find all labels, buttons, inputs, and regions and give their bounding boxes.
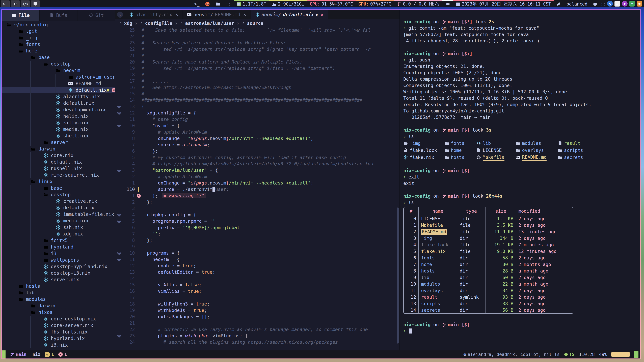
- code-line[interactable]: 18 withPython3 = true;: [116, 301, 400, 307]
- code-app-button[interactable]: </>: [21, 0, 30, 7]
- tray-fcitx-icon[interactable]: [622, 1, 628, 6]
- ls-entry[interactable]: home: [444, 147, 476, 154]
- code-line[interactable]: 4 nixpkgs.config = {: [116, 212, 400, 218]
- tree-item[interactable]: linux: [2, 178, 115, 185]
- tree-item[interactable]: server.nix: [2, 276, 115, 283]
- code-line[interactable]: 110 source = ./astronvim_user;: [116, 186, 400, 193]
- editor-scrollbar[interactable]: [397, 207, 399, 344]
- tab-close-icon[interactable]: ×: [321, 12, 324, 17]
- fold-chevron-icon[interactable]: [116, 122, 123, 129]
- code-line[interactable]: 25# Save the selected text to a file: `:…: [116, 27, 400, 33]
- tray-app-orange-icon[interactable]: [636, 1, 642, 6]
- fold-chevron-icon[interactable]: [116, 250, 123, 256]
- code-line[interactable]: 1× };■ Expecting ";": [116, 193, 400, 199]
- ls-table-row[interactable]: 1Makefilefile3.5 KB2 days ago: [404, 222, 573, 228]
- tree-item[interactable]: media.nix: [2, 218, 115, 224]
- tree-item[interactable]: media.nix: [2, 126, 115, 133]
- code-line[interactable]: 5 programs.npm.npmrc = '': [116, 218, 400, 224]
- terminal-app-button[interactable]: >_: [1, 0, 10, 7]
- code-line[interactable]: 11 # base config: [116, 116, 400, 122]
- tree-item[interactable]: ~/nix-config: [2, 21, 115, 28]
- tray-keyboard-icon[interactable]: [614, 1, 620, 6]
- code-line[interactable]: 19# sed -ri "s/pattern_str/replace_str/g…: [116, 65, 400, 71]
- code-line[interactable]: 8 onChange = "${pkgs.neovim}/bin/nvim --…: [116, 135, 400, 142]
- code-line[interactable]: 3 "astronvim/lua/user" = {: [116, 167, 400, 173]
- ls-table-row[interactable]: 0LICENSEfile1.1 KB2 days ago: [404, 215, 573, 222]
- display-app-button[interactable]: [31, 0, 40, 7]
- tree-tab-git[interactable]: Git: [78, 10, 115, 21]
- ls-entry[interactable]: result: [558, 140, 640, 147]
- ls-entry[interactable]: Makefile: [476, 154, 516, 161]
- shell-command[interactable]: ›git commit -am "feat: catppuccin-mocha …: [403, 25, 640, 31]
- tree-item[interactable]: nixos: [2, 309, 115, 316]
- code-line[interactable]: 10 "nvim" = {: [116, 122, 400, 129]
- ls-entry[interactable]: overlays: [516, 147, 558, 154]
- code-line[interactable]: 14######################################…: [116, 97, 400, 103]
- tab-close-icon[interactable]: ×: [175, 12, 178, 17]
- tree-item[interactable]: hosts: [2, 283, 115, 290]
- code-line[interactable]: 22# sed -ri "s/pattern_str/replace_str/g…: [116, 46, 400, 52]
- tree-item[interactable]: default.nix×: [2, 87, 115, 93]
- ls-entry[interactable]: scripts: [558, 147, 640, 154]
- fold-chevron-icon[interactable]: [116, 110, 123, 116]
- tree-item[interactable]: core-desktop.nix: [2, 316, 115, 322]
- fold-chevron-icon[interactable]: [116, 167, 123, 173]
- tree-item[interactable]: server: [2, 139, 115, 146]
- code-line[interactable]: 22 # currently we use lazy.nvim as neovi…: [116, 326, 400, 333]
- tree-item[interactable]: neovim: [2, 67, 115, 74]
- code-line[interactable]: 9 # update AstroNvim: [116, 129, 400, 135]
- code-line[interactable]: 18#: [116, 71, 400, 78]
- code-line[interactable]: 23 plugins = with pkgs.vimPlugins; [: [116, 333, 400, 339]
- tree-item[interactable]: fhs-fonts.nix: [2, 329, 115, 335]
- tree-item[interactable]: default.nix: [2, 204, 115, 211]
- tree-item[interactable]: lib: [2, 290, 115, 296]
- code-line[interactable]: 12 enable = true;: [116, 263, 400, 269]
- stat-gpu[interactable]: GPU:07%+27°C: [356, 0, 394, 7]
- fold-chevron-icon[interactable]: [116, 212, 123, 218]
- shell-command[interactable]: ›ls: [403, 199, 640, 206]
- code-line[interactable]: 9: [116, 244, 400, 250]
- ls-table-row[interactable]: 8hostsdir28 Ba month ago: [404, 268, 573, 274]
- code-line[interactable]: 19 withNodeJs = true;: [116, 307, 400, 314]
- code-line[interactable]: 13 defaultEditor = true;: [116, 269, 400, 275]
- tree-item[interactable]: desktop: [2, 61, 115, 67]
- system-tray[interactable]: [606, 0, 644, 7]
- ls-table-row[interactable]: 5flake.nixfile9.0 KB12 minutes ago: [404, 248, 573, 255]
- tray-bluetooth-icon[interactable]: [607, 1, 613, 6]
- tree-item[interactable]: .git: [2, 28, 115, 34]
- stat-memory[interactable]: 2.9Gi/31Gi: [269, 0, 307, 7]
- tree-item[interactable]: base: [2, 54, 115, 61]
- code-line[interactable]: 2 # update AstroNvim: [116, 173, 400, 180]
- code-line[interactable]: 24#: [116, 33, 400, 40]
- code-line[interactable]: 16 vimAlias = true;: [116, 288, 400, 295]
- tree-item[interactable]: xdg.nix: [2, 231, 115, 237]
- code-line[interactable]: 6 };: [116, 148, 400, 154]
- code-line[interactable]: 3: [116, 205, 400, 212]
- tree-item[interactable]: darwin: [2, 303, 115, 309]
- ls-entry[interactable]: _img: [403, 140, 444, 147]
- tree-item[interactable]: core-server.nix: [2, 322, 115, 329]
- tree-item[interactable]: desktop: [2, 191, 115, 198]
- tree-item[interactable]: ssh.nix: [2, 224, 115, 231]
- code-line[interactable]: 17: [116, 295, 400, 301]
- terminal-panel[interactable]: nix-config on main [$!] took 2s›git comm…: [400, 10, 640, 351]
- editor-tab-alacritty.nix[interactable]: alacritty.nix×: [125, 10, 183, 19]
- tree-item[interactable]: i3.nix: [2, 342, 115, 348]
- ls-table-row[interactable]: 7homedir30 B2 months ago: [404, 261, 573, 268]
- ls-entry[interactable]: flake.lock: [403, 147, 444, 154]
- ls-entry[interactable]: hosts: [444, 154, 476, 161]
- power-leaf-icon[interactable]: [554, 0, 564, 7]
- tree-item[interactable]: home: [2, 48, 115, 54]
- shell-prompt-cursor[interactable]: ›: [403, 328, 640, 334]
- code-line[interactable]: 24 # search all the plugins using https:…: [116, 339, 400, 346]
- code-line[interactable]: 21#: [116, 52, 400, 59]
- code-line[interactable]: 16# See https://astronvim.com/Basic%20Us…: [116, 84, 400, 91]
- ls-entry[interactable]: secrets: [558, 154, 640, 161]
- shell-command[interactable]: ›git push: [403, 57, 640, 63]
- code-line[interactable]: 20# Search file name pattern and Replace…: [116, 59, 400, 65]
- stat-disk[interactable]: 1.1T/1.8T: [234, 0, 269, 7]
- code-line[interactable]: 21: [116, 320, 400, 326]
- tree-item[interactable]: fonts: [2, 41, 115, 48]
- tree-item[interactable]: kitty.nix: [2, 119, 115, 126]
- ls-table-row[interactable]: 6fontsdir58 B2 days ago: [404, 255, 573, 261]
